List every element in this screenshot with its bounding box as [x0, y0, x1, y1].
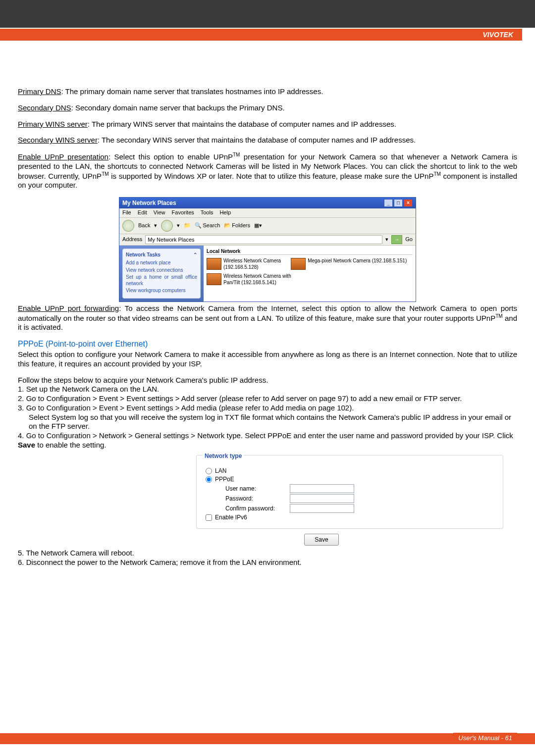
pppoe-intro: Select this option to configure your Net…: [18, 350, 517, 369]
save-button[interactable]: Save: [304, 534, 339, 546]
para-secondary-wins: Secondary WINS server: The secondary WIN…: [18, 136, 517, 145]
local-network-header: Local Network: [207, 249, 413, 255]
para-secondary-dns: Secondary DNS: Secondary domain name ser…: [18, 103, 517, 113]
para-upnp-presentation: Enable UPnP presentation: Select this op…: [18, 152, 517, 190]
lan-option[interactable]: LAN: [206, 467, 494, 475]
menu-item[interactable]: Tools: [201, 209, 214, 215]
address-bar: Address ▾ → Go: [119, 234, 416, 246]
ipv6-option[interactable]: Enable IPv6: [206, 514, 494, 521]
para-primary-dns: Primary DNS: The primary domain name ser…: [18, 87, 517, 97]
back-label[interactable]: Back: [138, 222, 150, 229]
explorer-window: My Network Places _ □ × File Edit View F…: [119, 197, 416, 302]
search-button[interactable]: 🔍Search: [195, 222, 220, 229]
term: Secondary WINS server: [18, 136, 98, 144]
term: Enable UPnP presentation: [18, 152, 108, 161]
password-input[interactable]: [290, 494, 354, 503]
menu-item[interactable]: File: [122, 209, 131, 215]
explorer-sidebar: Network Tasks⌃ Add a network place View …: [119, 246, 204, 302]
camera-icon: [291, 258, 306, 270]
close-button[interactable]: ×: [404, 199, 413, 207]
minimize-button[interactable]: _: [384, 199, 393, 207]
step-4: 4. Go to Configuration > Network > Gener…: [18, 431, 517, 450]
ipv6-checkbox[interactable]: [206, 514, 212, 521]
pppoe-heading: PPPoE (Point-to-point over Ethernet): [18, 339, 517, 349]
folders-button[interactable]: 📂Folders: [224, 222, 250, 229]
para-upnp-forwarding: Enable UPnP port forwarding: To access t…: [18, 304, 517, 332]
task-link[interactable]: View workgroup computers: [126, 288, 197, 294]
term: Enable UPnP port forwarding: [18, 304, 119, 312]
pppoe-option[interactable]: PPPoE: [206, 476, 494, 483]
page-footer: User's Manual - 61: [453, 733, 517, 743]
term: Primary WINS server: [18, 120, 88, 128]
explorer-main: Local Network Wireless Network Camera(19…: [204, 246, 416, 302]
lan-radio[interactable]: [206, 468, 212, 474]
username-input[interactable]: [290, 484, 354, 493]
task-link[interactable]: Add a network place: [126, 260, 197, 266]
brand-text: VIVOTEK: [483, 31, 513, 39]
document-page: VIVOTEK Primary DNS: The primary domain …: [0, 0, 535, 756]
password-label: Password:: [225, 495, 290, 503]
tool-bar: Back ▾ ▾ 📁 🔍Search 📂Folders ▦▾: [119, 218, 416, 234]
forward-icon[interactable]: [161, 220, 173, 232]
maximize-button[interactable]: □: [394, 199, 403, 207]
step-6: 6. Disconnect the power to the Network C…: [18, 558, 517, 567]
username-label: User name:: [225, 485, 290, 493]
up-icon[interactable]: 📁: [184, 222, 191, 229]
tasks-header: Network Tasks: [126, 252, 160, 258]
network-item[interactable]: Wireless Network Camera(192.168.5.128): [207, 258, 281, 270]
step-3b: Select System log so that you will recei…: [29, 413, 517, 432]
address-input[interactable]: [145, 235, 382, 244]
fieldset-legend: Network type: [203, 453, 244, 460]
term: Primary DNS: [18, 87, 61, 96]
title-bar: My Network Places _ □ ×: [119, 198, 416, 208]
camera-icon: [207, 258, 221, 270]
network-item[interactable]: Mega-pixel Network Camera (192.168.5.151…: [291, 258, 407, 270]
brand-strip: VIVOTEK: [0, 29, 522, 41]
menu-bar: File Edit View Favorites Tools Help: [119, 208, 416, 218]
confirm-input[interactable]: [290, 504, 354, 513]
menu-item[interactable]: View: [154, 209, 165, 215]
network-tasks: Network Tasks⌃ Add a network place View …: [122, 249, 201, 299]
task-link[interactable]: Set up a home or small office network: [126, 274, 197, 287]
menu-item[interactable]: Help: [219, 209, 231, 215]
step-3: 3. Go to Configuration > Event > Event s…: [18, 403, 517, 413]
step-2: 2. Go to Configuration > Event > Event s…: [18, 394, 517, 403]
step-5: 5. The Network Camera will reboot.: [18, 549, 517, 558]
window-title: My Network Places: [122, 200, 176, 207]
menu-item[interactable]: Edit: [138, 209, 147, 215]
views-button[interactable]: ▦▾: [254, 222, 262, 229]
menu-item[interactable]: Favorites: [172, 209, 194, 215]
task-link[interactable]: View network connections: [126, 267, 197, 274]
para-primary-wins: Primary WINS server: The primary WINS se…: [18, 120, 517, 129]
pppoe-radio[interactable]: [206, 476, 212, 483]
network-item[interactable]: Wireless Network Camera withPan/Tilt (19…: [207, 273, 413, 286]
confirm-label: Confirm password:: [225, 505, 290, 512]
step-1: 1. Set up the Network Camera on the LAN.: [18, 385, 517, 394]
camera-icon: [207, 273, 221, 285]
go-button[interactable]: →: [391, 235, 402, 244]
term: Secondary DNS: [18, 103, 71, 112]
pppoe-follow: Follow the steps below to acquire your N…: [18, 376, 517, 385]
address-label: Address: [122, 236, 142, 243]
collapse-icon[interactable]: ⌃: [193, 252, 197, 258]
network-type-panel: Network type LAN PPPoE User name: Passwo…: [196, 455, 503, 529]
top-bar: [0, 0, 535, 28]
go-label: Go: [405, 236, 413, 243]
back-icon[interactable]: [122, 220, 134, 232]
